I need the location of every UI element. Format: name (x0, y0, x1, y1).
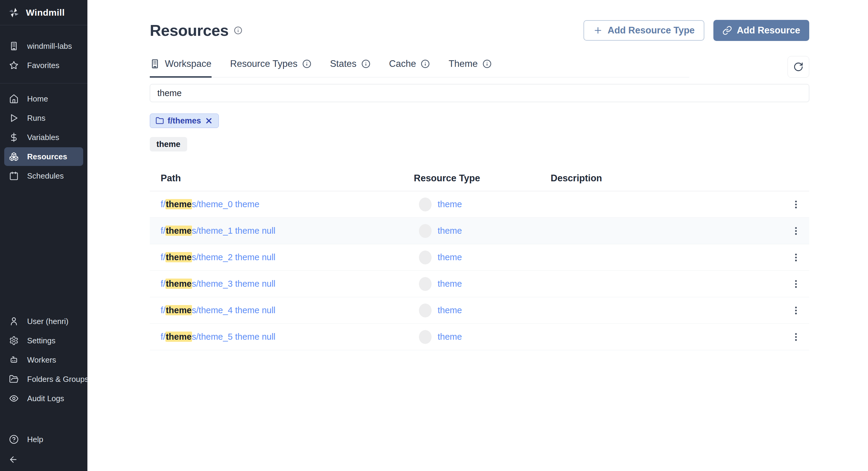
tab-resource-types[interactable]: Resource Types (230, 59, 311, 77)
sidebar-item-audit-logs[interactable]: Audit Logs (4, 389, 83, 408)
path-prefix: f/ (161, 332, 165, 341)
row-menu-button[interactable] (787, 275, 804, 293)
path-suffix: s/theme_0 theme (192, 199, 259, 209)
collapse-sidebar-button[interactable] (4, 451, 84, 468)
resource-type-link[interactable]: theme (438, 226, 462, 236)
table-row[interactable]: f/themes/theme_2 theme null theme (150, 244, 809, 271)
sidebar-item-settings[interactable]: Settings (4, 331, 83, 350)
kebab-menu-icon (791, 332, 801, 342)
column-header-path: Path (150, 173, 414, 184)
sidebar-main-nav: Home Runs Variables (0, 89, 87, 186)
kebab-menu-icon (791, 305, 801, 315)
column-header-description: Description (551, 173, 783, 184)
row-menu-button[interactable] (787, 302, 804, 319)
building-icon (150, 59, 160, 69)
tab-label: Cache (389, 59, 416, 69)
nav-label: Schedules (27, 171, 64, 181)
tabs-bar: Workspace Resource Types States Cache (150, 59, 689, 77)
boxes-icon (9, 152, 19, 161)
kebab-menu-icon (791, 226, 801, 236)
nav-label: Workers (27, 356, 56, 365)
refresh-button[interactable] (787, 56, 809, 78)
windmill-pinwheel-icon (8, 7, 20, 19)
resource-path-link[interactable]: f/themes/theme_0 theme (150, 199, 414, 209)
row-menu-button[interactable] (787, 196, 804, 213)
resource-path-link[interactable]: f/themes/theme_2 theme null (150, 253, 414, 262)
building-icon (9, 41, 19, 51)
resource-type-icon-placeholder (419, 198, 432, 211)
gear-icon (9, 336, 19, 345)
resource-type-link[interactable]: theme (438, 253, 462, 262)
path-suffix: s/theme_5 theme null (192, 332, 276, 341)
sidebar-item-workers[interactable]: Workers (4, 350, 83, 369)
path-suffix: s/theme_1 theme null (192, 226, 276, 236)
path-suffix: s/theme_4 theme null (192, 305, 276, 315)
info-icon[interactable] (234, 26, 242, 35)
robot-icon (9, 355, 19, 365)
resource-path-link[interactable]: f/themes/theme_1 theme null (150, 226, 414, 236)
main-content: Resources Add Resource Type (87, 0, 868, 471)
nav-label: Settings (27, 336, 56, 345)
row-menu-button[interactable] (787, 249, 804, 266)
info-icon[interactable] (302, 59, 311, 68)
sidebar-item-user[interactable]: User (henri) (4, 312, 83, 331)
link-icon (722, 26, 732, 35)
tab-label: Resource Types (230, 59, 298, 69)
resource-path-link[interactable]: f/themes/theme_5 theme null (150, 332, 414, 342)
path-search-highlight: theme (165, 332, 192, 342)
play-icon (9, 113, 19, 123)
sidebar-item-runs[interactable]: Runs (4, 109, 83, 127)
add-resource-type-button[interactable]: Add Resource Type (584, 20, 704, 41)
kebab-menu-icon (791, 253, 801, 263)
resource-type-link[interactable]: theme (438, 279, 462, 289)
sidebar-help-group: Help (0, 408, 87, 451)
column-header-resource-type: Resource Type (414, 173, 551, 184)
tab-theme[interactable]: Theme (448, 59, 491, 77)
nav-label: Audit Logs (27, 394, 64, 403)
resource-path-link[interactable]: f/themes/theme_4 theme null (150, 305, 414, 315)
table-row[interactable]: f/themes/theme_0 theme theme (150, 191, 809, 218)
tab-workspace[interactable]: Workspace (150, 59, 212, 77)
active-filter-row: theme (150, 137, 809, 152)
path-prefix: f/ (161, 279, 165, 289)
info-icon[interactable] (421, 59, 430, 68)
table-row[interactable]: f/themes/theme_3 theme null theme (150, 271, 809, 297)
resource-type-filter-badge[interactable]: theme (150, 137, 187, 152)
path-prefix: f/ (161, 253, 165, 262)
table-row[interactable]: f/themes/theme_4 theme null theme (150, 297, 809, 324)
page-title: Resources (150, 22, 228, 39)
nav-label: Home (27, 94, 48, 104)
add-resource-button[interactable]: Add Resource (713, 20, 809, 41)
sidebar-item-variables[interactable]: Variables (4, 128, 83, 147)
row-menu-button[interactable] (787, 329, 804, 345)
calendar-icon (9, 171, 19, 181)
sidebar-item-home[interactable]: Home (4, 90, 83, 108)
tab-states[interactable]: States (330, 59, 370, 77)
resource-type-icon-placeholder (419, 250, 432, 264)
search-input[interactable] (150, 84, 809, 102)
info-icon[interactable] (483, 59, 492, 68)
table-row[interactable]: f/themes/theme_1 theme null theme (150, 218, 809, 244)
resource-type-link[interactable]: theme (438, 305, 462, 315)
help-circle-icon (9, 435, 19, 444)
path-search-highlight: theme (165, 278, 192, 289)
tab-label: States (330, 59, 356, 69)
resource-path-link[interactable]: f/themes/theme_3 theme null (150, 279, 414, 289)
resource-type-icon-placeholder (419, 330, 432, 344)
sidebar-item-resources[interactable]: Resources (4, 147, 83, 166)
sidebar-item-favorites[interactable]: Favorites (4, 56, 83, 75)
path-search-highlight: theme (165, 305, 192, 315)
sidebar-item-help[interactable]: Help (4, 430, 83, 449)
tab-cache[interactable]: Cache (389, 59, 430, 77)
resource-type-link[interactable]: theme (438, 332, 462, 342)
info-icon[interactable] (361, 59, 370, 68)
app-logo-row[interactable]: Windmill (0, 0, 87, 25)
resource-type-link[interactable]: theme (438, 199, 462, 209)
sidebar-item-schedules[interactable]: Schedules (4, 167, 83, 185)
close-icon[interactable] (205, 116, 213, 125)
table-row[interactable]: f/themes/theme_5 theme null theme (150, 324, 809, 350)
sidebar-item-folders-groups[interactable]: Folders & Groups (4, 370, 83, 389)
sidebar-item-workspace[interactable]: windmill-labs (4, 37, 83, 56)
row-menu-button[interactable] (787, 223, 804, 239)
folder-filter-chip[interactable]: f/themes (150, 113, 219, 128)
